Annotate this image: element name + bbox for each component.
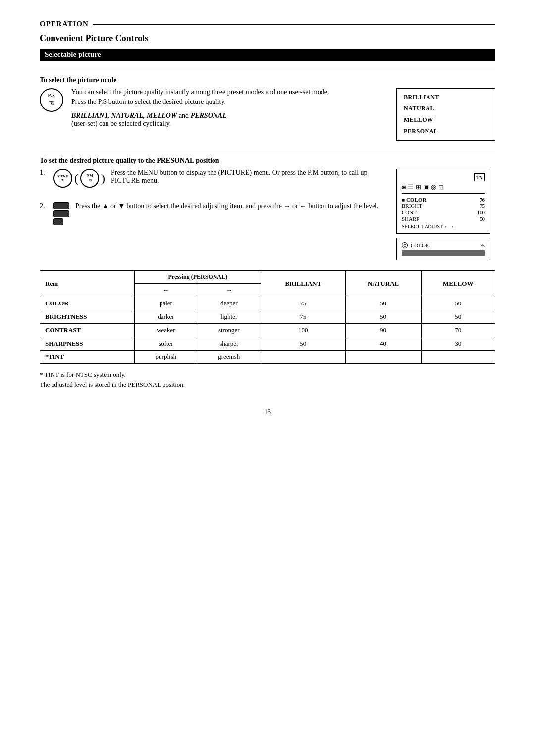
step2-number: 2. bbox=[40, 202, 48, 210]
td-item-sharpness: SHARPNESS bbox=[40, 337, 135, 351]
tv-menu-color-value: 76 bbox=[480, 197, 485, 202]
th-right-arrow: → bbox=[197, 284, 261, 297]
td-sharpness-mellow: 30 bbox=[421, 337, 495, 351]
td-contrast-mellow: 70 bbox=[421, 324, 495, 337]
tv-menu-bright-value: 75 bbox=[480, 203, 485, 209]
ps-button-icon: P.S ☜ bbox=[40, 88, 63, 112]
tv-menu-cont: CONT 100 bbox=[402, 209, 485, 215]
hand-icon: ☜ bbox=[49, 99, 55, 107]
step2-text-1: Press the ▲ or ▼ button to select the de… bbox=[75, 202, 379, 210]
td-tint-brilliant bbox=[261, 351, 345, 364]
td-brightness-natural: 50 bbox=[345, 310, 421, 324]
modes-italic: BRILLIANT, NATURAL, MELLOW bbox=[71, 112, 177, 119]
tv-menu-cont-value: 100 bbox=[477, 209, 485, 215]
td-tint-right: greenish bbox=[197, 351, 261, 364]
td-brightness-right: lighter bbox=[197, 310, 261, 324]
tv-menu-color: ■ COLOR 76 bbox=[402, 197, 485, 202]
td-tint-mellow bbox=[421, 351, 495, 364]
step2-text: Press the ▲ or ▼ button to select the de… bbox=[75, 202, 381, 210]
presonal-left: 1. MENU ☜ ( P.M ☜ ) Press the MENU butto… bbox=[40, 169, 381, 260]
modes-text: BRILLIANT, NATURAL, MELLOW and PERSONAL bbox=[71, 112, 329, 120]
color-bar-label-row: ⊙ COLOR 75 bbox=[402, 242, 485, 248]
select-mode-left: P.S ☜ You can select the picture quality… bbox=[40, 88, 381, 141]
table-body: COLOR paler deeper 75 50 50 BRIGHTNESS d… bbox=[40, 297, 495, 364]
tv-icon-5: ◎ bbox=[431, 183, 436, 191]
th-mellow: MELLOW bbox=[421, 271, 495, 297]
td-tint-left: purplish bbox=[135, 351, 197, 364]
step1-row: 1. MENU ☜ ( P.M ☜ ) Press the MENU butto… bbox=[40, 169, 381, 188]
select-mode-desc: You can select the picture quality insta… bbox=[71, 88, 329, 128]
step2-row: 2. Press the ▲ or ▼ button to select the… bbox=[40, 202, 381, 225]
select-desc-2: Press the P.S button to select the desir… bbox=[71, 98, 329, 106]
table-row: BRIGHTNESS darker lighter 75 50 50 bbox=[40, 310, 495, 324]
remote-btn-1 bbox=[54, 202, 69, 209]
mode-natural: NATURAL bbox=[404, 105, 488, 112]
td-brightness-mellow: 50 bbox=[421, 310, 495, 324]
td-item-brightness: BRIGHTNESS bbox=[40, 310, 135, 324]
step1-text: Press the MENU button to display the (PI… bbox=[111, 169, 381, 185]
td-contrast-natural: 90 bbox=[345, 324, 421, 337]
section-title: Convenient Picture Controls bbox=[40, 33, 495, 44]
tv-icon-4: ▣ bbox=[423, 183, 429, 191]
footnote-2: The adjusted level is stored in the PERS… bbox=[40, 381, 495, 389]
color-bar bbox=[402, 250, 485, 256]
th-pressing: Pressing (PERSONAL) bbox=[135, 271, 261, 284]
operation-title: OPERATION bbox=[40, 20, 89, 28]
table-row: COLOR paler deeper 75 50 50 bbox=[40, 297, 495, 310]
td-sharpness-right: sharper bbox=[197, 337, 261, 351]
tv-menu-sharp: SHARP 50 bbox=[402, 216, 485, 222]
tv-screen: TV ◙ ☰ ⊞ ▣ ◎ ⊡ ■ COLOR 76 BRIGHT 75 CONT… bbox=[396, 169, 490, 234]
tv-select-hint: SELECT ↕ ADJUST ←→ bbox=[402, 224, 485, 229]
th-item: Item bbox=[40, 271, 135, 297]
divider-2 bbox=[40, 151, 495, 151]
menu-button-icon: MENU ☜ bbox=[54, 169, 72, 188]
td-contrast-right: stronger bbox=[197, 324, 261, 337]
tv-menu-bright: BRIGHT 75 bbox=[402, 203, 485, 209]
td-brightness-left: darker bbox=[135, 310, 197, 324]
td-contrast-brilliant: 100 bbox=[261, 324, 345, 337]
ps-label: P.S bbox=[48, 93, 55, 98]
subsection-bar: Selectable picture bbox=[40, 49, 495, 61]
remote-btn-2 bbox=[54, 210, 69, 217]
divider-1 bbox=[40, 70, 495, 70]
select-desc-1: You can select the picture quality insta… bbox=[71, 88, 329, 96]
table-row: CONTRAST weaker stronger 100 90 70 bbox=[40, 324, 495, 337]
color-bar-screen: ⊙ COLOR 75 bbox=[396, 238, 490, 260]
table-row: SHARPNESS softer sharper 50 40 30 bbox=[40, 337, 495, 351]
table-head: Item Pressing (PERSONAL) BRILLIANT NATUR… bbox=[40, 271, 495, 297]
tv-icon-6: ⊡ bbox=[438, 183, 444, 191]
tv-icon-box: TV bbox=[474, 173, 485, 181]
pm-button-icon: P.M ☜ bbox=[80, 169, 99, 188]
tv-icon-3: ⊞ bbox=[416, 183, 421, 191]
pm-label: P.M bbox=[86, 174, 93, 178]
menu-hand: ☜ bbox=[61, 178, 64, 182]
tv-icons-row: ◙ ☰ ⊞ ▣ ◎ ⊡ bbox=[402, 183, 485, 194]
presonal-section: 1. MENU ☜ ( P.M ☜ ) Press the MENU butto… bbox=[40, 169, 495, 260]
select-mode-right: BRILLIANT NATURAL MELLOW PERSONAL bbox=[396, 88, 495, 141]
select-mode-heading: To select the picture mode bbox=[40, 76, 495, 84]
td-tint-natural bbox=[345, 351, 421, 364]
td-item-contrast: CONTRAST bbox=[40, 324, 135, 337]
picture-table: Item Pressing (PERSONAL) BRILLIANT NATUR… bbox=[40, 270, 495, 364]
modes-personal: PERSONAL bbox=[191, 112, 227, 119]
menu-label: MENU bbox=[57, 174, 68, 178]
step1-button-icons: MENU ☜ ( P.M ☜ ) bbox=[54, 169, 105, 188]
operation-line bbox=[93, 24, 495, 25]
td-sharpness-left: softer bbox=[135, 337, 197, 351]
open-paren: ( bbox=[74, 172, 78, 184]
presonal-right: TV ◙ ☰ ⊞ ▣ ◎ ⊡ ■ COLOR 76 BRIGHT 75 CONT… bbox=[396, 169, 495, 260]
modes-and: and bbox=[179, 112, 191, 119]
tv-menu-bright-label: BRIGHT bbox=[402, 203, 422, 209]
mode-personal: PERSONAL bbox=[404, 128, 488, 135]
color-circle-icon: ⊙ bbox=[402, 242, 408, 248]
td-color-left: paler bbox=[135, 297, 197, 310]
td-sharpness-natural: 40 bbox=[345, 337, 421, 351]
th-brilliant: BRILLIANT bbox=[261, 271, 345, 297]
mode-mellow: MELLOW bbox=[404, 116, 488, 124]
page-number: 13 bbox=[40, 408, 495, 416]
tv-icon-2: ☰ bbox=[408, 183, 414, 191]
modes-sub: (user-set) can be selected cyclically. bbox=[71, 120, 329, 128]
td-color-mellow: 50 bbox=[421, 297, 495, 310]
tv-menu-sharp-label: SHARP bbox=[402, 216, 419, 222]
td-item-tint: *TINT bbox=[40, 351, 135, 364]
